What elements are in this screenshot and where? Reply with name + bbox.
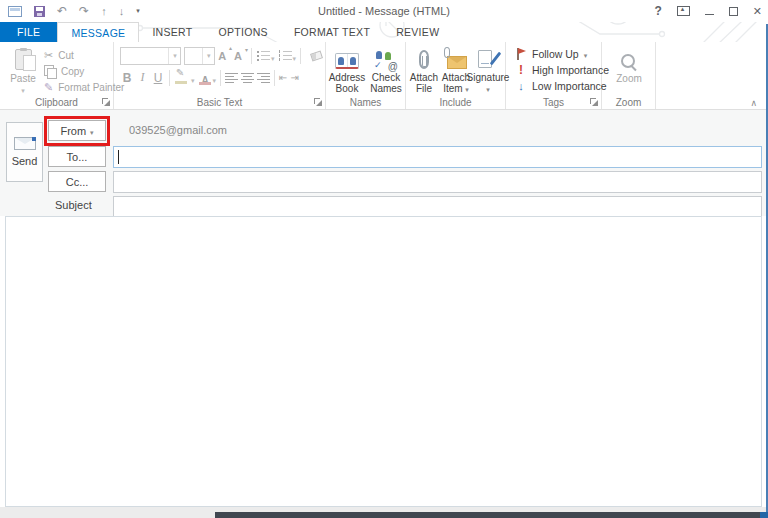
send-button[interactable]: Send — [6, 122, 43, 182]
tab-options[interactable]: OPTIONS — [206, 22, 281, 42]
tags-group-label: Tags — [506, 97, 601, 108]
dialog-launcher-icon[interactable] — [102, 98, 110, 106]
tab-insert[interactable]: INSERT — [139, 22, 205, 42]
ribbon: Paste ✂ Cut Copy ✎ Format Painter Clipbo… — [0, 42, 768, 110]
from-button[interactable]: From — [48, 120, 106, 141]
attach-item-button[interactable]: Attach Item — [440, 45, 472, 95]
group-tags: Follow Up ! High Importance ↓ Low Import… — [506, 42, 602, 109]
tab-review[interactable]: REVIEW — [383, 22, 452, 42]
high-importance-icon: ! — [515, 63, 527, 77]
send-icon — [14, 137, 36, 150]
signature-button[interactable]: Signature — [472, 45, 504, 95]
message-body-editor[interactable] — [5, 216, 762, 507]
dialog-launcher-icon[interactable] — [314, 98, 322, 106]
cc-button[interactable]: Cc... — [48, 171, 106, 192]
high-importance-label: High Importance — [532, 64, 609, 76]
subject-input[interactable] — [113, 196, 762, 218]
address-book-label-1: Address — [329, 72, 366, 83]
attach-item-label-2: Item — [443, 83, 469, 95]
cc-input[interactable] — [113, 171, 762, 193]
font-size-combo[interactable]: ▾ — [184, 47, 215, 65]
quick-access-toolbar: ↶ ↷ ↑ ↓ ▾ — [8, 2, 140, 20]
paste-button[interactable]: Paste — [5, 46, 41, 98]
clear-formatting-icon[interactable] — [311, 47, 322, 65]
font-color-icon[interactable] — [198, 69, 217, 87]
to-button[interactable]: To... — [48, 146, 106, 167]
dropdown-caret-icon — [90, 125, 94, 137]
low-importance-button[interactable]: ↓ Low Importance — [515, 78, 609, 94]
dialog-launcher-icon[interactable] — [590, 98, 598, 106]
check-names-icon: ✓@ — [374, 51, 398, 69]
grow-font-icon[interactable]: A — [218, 47, 231, 65]
separator — [251, 48, 252, 64]
to-input[interactable] — [113, 146, 762, 168]
separator — [300, 48, 301, 64]
check-names-label-2: Names — [370, 83, 402, 94]
ribbon-display-options-icon[interactable] — [677, 6, 690, 16]
align-left-icon[interactable] — [225, 69, 238, 87]
maximize-icon[interactable] — [729, 7, 738, 16]
check-names-button[interactable]: ✓@ Check Names — [367, 45, 405, 94]
highlight-icon[interactable] — [174, 69, 195, 87]
group-include: Attach File Attach Item Signature — [406, 42, 506, 109]
undo-icon[interactable]: ↶ — [57, 2, 67, 20]
save-icon[interactable] — [34, 6, 45, 17]
help-icon[interactable]: ? — [654, 4, 661, 18]
separator — [169, 70, 170, 86]
shrink-font-icon[interactable]: A — [234, 47, 247, 65]
basic-text-group-label: Basic Text — [114, 97, 325, 108]
attach-item-icon — [443, 49, 469, 69]
close-icon[interactable]: ✕ — [753, 5, 762, 18]
message-header: Send From 039525@gmail.com To... Cc... S… — [0, 110, 768, 216]
align-center-icon[interactable] — [241, 69, 254, 87]
address-book-button[interactable]: Address Book — [328, 45, 366, 94]
redo-icon[interactable]: ↷ — [79, 2, 89, 20]
cut-icon: ✂ — [44, 49, 53, 62]
from-address-value: 039525@gmail.com — [129, 120, 227, 141]
address-book-label-2: Book — [336, 83, 359, 94]
high-importance-button[interactable]: ! High Importance — [515, 62, 609, 78]
attach-file-icon — [419, 50, 429, 69]
window-controls: ? ✕ — [654, 0, 762, 22]
numbering-icon[interactable] — [278, 47, 297, 65]
outlook-message-window: ↶ ↷ ↑ ↓ ▾ Untitled - Message (HTML) ? ✕ … — [0, 0, 768, 518]
underline-button[interactable]: U — [151, 69, 165, 87]
cut-label: Cut — [58, 50, 74, 61]
align-right-icon[interactable] — [257, 69, 270, 87]
names-group-label: Names — [326, 97, 405, 108]
bullets-icon[interactable] — [256, 47, 275, 65]
copy-button[interactable]: Copy — [44, 64, 84, 78]
tab-file[interactable]: FILE — [0, 22, 57, 42]
previous-item-icon[interactable]: ↑ — [101, 2, 107, 20]
include-group-label: Include — [406, 97, 505, 108]
paste-label: Paste — [10, 73, 36, 84]
follow-up-button[interactable]: Follow Up — [515, 46, 609, 62]
zoom-button[interactable]: Zoom — [610, 46, 648, 84]
collapse-ribbon-icon[interactable]: ∧ — [750, 98, 757, 108]
font-combo[interactable]: ▾ — [120, 47, 181, 65]
next-item-icon[interactable]: ↓ — [119, 2, 125, 20]
group-clipboard: Paste ✂ Cut Copy ✎ Format Painter Clipbo… — [0, 42, 114, 109]
format-painter-button[interactable]: ✎ Format Painter — [44, 80, 124, 94]
copy-label: Copy — [61, 66, 84, 77]
address-book-icon — [335, 53, 359, 69]
taskbar — [215, 512, 768, 518]
tab-format-text[interactable]: FORMAT TEXT — [281, 22, 383, 42]
tab-message[interactable]: MESSAGE — [57, 22, 139, 42]
format-painter-icon: ✎ — [44, 81, 53, 94]
signature-icon — [478, 50, 498, 69]
decrease-indent-icon[interactable]: ⇤ — [279, 69, 287, 87]
window-title: Untitled - Message (HTML) — [180, 0, 588, 22]
follow-up-label: Follow Up — [532, 48, 579, 60]
group-names: Address Book ✓@ Check Names Names — [326, 42, 406, 109]
zoom-group-label: Zoom — [602, 97, 655, 108]
qat-customize-icon[interactable]: ▾ — [136, 7, 140, 15]
italic-button[interactable]: I — [137, 69, 148, 87]
follow-up-flag-icon — [515, 48, 527, 60]
send-label: Send — [12, 155, 38, 167]
cut-button[interactable]: ✂ Cut — [44, 48, 74, 62]
bold-button[interactable]: B — [120, 69, 134, 87]
attach-file-button[interactable]: Attach File — [409, 45, 439, 94]
minimize-icon[interactable] — [705, 14, 714, 15]
increase-indent-icon[interactable]: ⇥ — [290, 69, 298, 87]
